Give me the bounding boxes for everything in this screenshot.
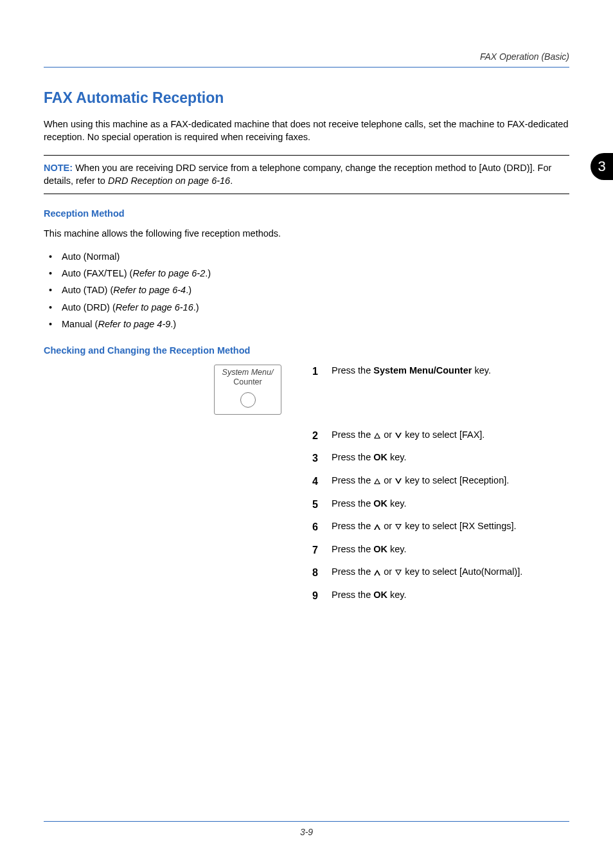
intro-paragraph: When using this machine as a FAX-dedicat… xyxy=(44,118,569,143)
note-label: NOTE: xyxy=(44,163,73,173)
method-ref: Refer to page 4-9 xyxy=(98,319,170,329)
step-text: key to select [FAX]. xyxy=(402,429,484,440)
method-text: Manual ( xyxy=(62,319,98,329)
step-text: or xyxy=(381,475,395,485)
method-post: .) xyxy=(205,268,211,278)
up-arrow-icon xyxy=(374,524,380,530)
step-5: Press the OK key. xyxy=(312,498,569,511)
step-3: Press the OK key. xyxy=(312,451,569,464)
step-text: key. xyxy=(387,590,407,600)
procedure-area: System Menu/ Counter Press the System Me… xyxy=(44,365,569,601)
up-arrow-icon xyxy=(374,478,380,484)
step-text: Press the xyxy=(332,544,373,554)
list-item: Auto (FAX/TEL) (Refer to page 6-2.) xyxy=(49,265,569,282)
step-text: Press the xyxy=(332,590,373,600)
step-text: Press the xyxy=(332,452,373,462)
method-post: .) xyxy=(170,319,176,329)
heading-1: FAX Automatic Reception xyxy=(44,89,569,107)
step-text: or xyxy=(381,429,395,440)
step-text: Press the xyxy=(332,521,373,531)
step-text: Press the xyxy=(332,475,373,485)
method-text: Auto (DRD) ( xyxy=(62,302,116,312)
list-item: Auto (Normal) xyxy=(49,248,569,265)
key-button-icon xyxy=(240,392,256,408)
step-text: key to select [Reception]. xyxy=(402,475,509,485)
step-text: key. xyxy=(387,452,407,462)
footer-rule xyxy=(44,821,569,822)
method-post: .) xyxy=(193,302,199,312)
step-text: or xyxy=(381,521,395,531)
note-text-post: . xyxy=(230,176,233,186)
step-text: or xyxy=(381,566,395,577)
method-post: .) xyxy=(186,285,191,295)
step-key-name: OK xyxy=(373,498,387,509)
step-key-name: System Menu/Counter xyxy=(373,365,472,375)
step-key-name: OK xyxy=(373,452,387,462)
chapter-tab: 3 xyxy=(591,153,613,180)
step-7: Press the OK key. xyxy=(312,543,569,556)
down-arrow-icon xyxy=(395,524,402,530)
step-9: Press the OK key. xyxy=(312,589,569,602)
step-8: Press the or key to select [Auto(Normal)… xyxy=(312,566,569,579)
method-ref: Refer to page 6-4 xyxy=(113,285,186,295)
list-item: Auto (DRD) (Refer to page 6-16.) xyxy=(49,299,569,316)
steps-list: Press the System Menu/Counter key. Press… xyxy=(312,365,569,601)
list-item: Auto (TAD) (Refer to page 6-4.) xyxy=(49,282,569,298)
step-text: Press the xyxy=(332,365,373,375)
step-text: key. xyxy=(387,498,407,509)
reception-method-intro: This machine allows the following five r… xyxy=(44,228,569,240)
method-text: Auto (FAX/TEL) ( xyxy=(62,268,132,278)
step-text: Press the xyxy=(332,566,373,577)
key-label-line2: Counter xyxy=(215,377,281,387)
heading-checking-changing: Checking and Changing the Reception Meth… xyxy=(44,345,569,356)
down-arrow-icon xyxy=(395,478,402,484)
step-text: Press the xyxy=(332,429,373,440)
up-arrow-icon xyxy=(374,433,380,439)
step-2: Press the or key to select [FAX]. xyxy=(312,429,569,442)
step-text: key. xyxy=(387,544,407,554)
heading-reception-method: Reception Method xyxy=(44,208,569,219)
note-ref: DRD Reception on page 6-16 xyxy=(108,176,230,186)
key-label-line1: System Menu/ xyxy=(215,368,281,377)
running-header: FAX Operation (Basic) xyxy=(44,51,569,66)
step-6: Press the or key to select [RX Settings]… xyxy=(312,520,569,533)
list-item: Manual (Refer to page 4-9.) xyxy=(49,316,569,332)
step-4: Press the or key to select [Reception]. xyxy=(312,475,569,487)
step-text: key. xyxy=(472,365,491,375)
page-number: 3-9 xyxy=(44,827,569,837)
down-arrow-icon xyxy=(395,433,402,439)
step-key-name: OK xyxy=(373,590,387,600)
step-1: Press the System Menu/Counter key. xyxy=(312,365,569,377)
method-ref: Refer to page 6-16 xyxy=(116,302,193,312)
step-text: Press the xyxy=(332,498,373,509)
header-rule xyxy=(44,67,569,68)
step-text: key to select [Auto(Normal)]. xyxy=(402,566,522,577)
step-key-name: OK xyxy=(373,544,387,554)
system-menu-counter-key-illustration: System Menu/ Counter xyxy=(214,365,281,415)
method-text: Auto (TAD) ( xyxy=(62,285,113,295)
method-text: Auto (Normal) xyxy=(62,251,120,262)
method-ref: Refer to page 6-2 xyxy=(132,268,205,278)
methods-list: Auto (Normal) Auto (FAX/TEL) (Refer to p… xyxy=(44,248,569,332)
step-text: key to select [RX Settings]. xyxy=(402,521,516,531)
down-arrow-icon xyxy=(395,570,402,575)
page-footer: 3-9 xyxy=(44,821,569,837)
up-arrow-icon xyxy=(374,570,380,575)
note-box: NOTE: When you are receiving DRD service… xyxy=(44,155,569,194)
